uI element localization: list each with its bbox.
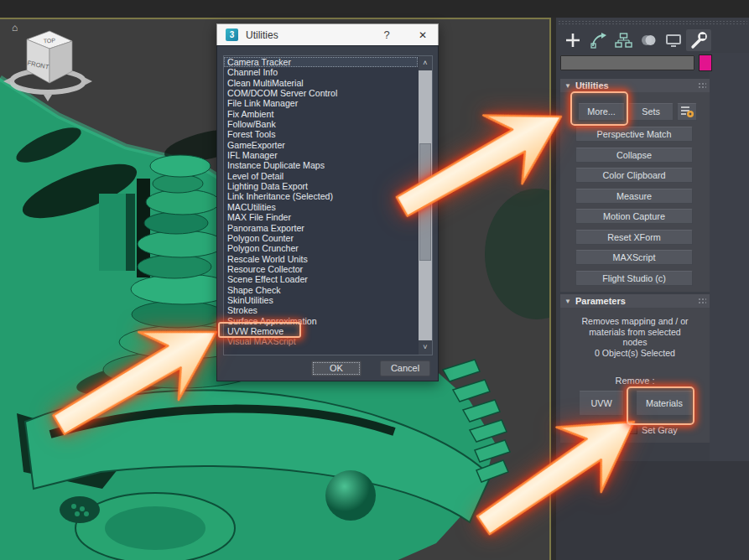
viewcube-top-label: TOP	[43, 37, 55, 44]
utility-button[interactable]: Perspective Match	[575, 127, 693, 142]
object-name-field[interactable]	[560, 55, 694, 70]
tab-utilities[interactable]	[686, 29, 711, 51]
parameters-rollout-title: Parameters	[575, 296, 626, 306]
cancel-button[interactable]: Cancel	[380, 360, 430, 376]
3dsmax-logo-icon: 3	[226, 29, 238, 41]
rollout-collapse-icon: ▼	[564, 298, 571, 305]
utility-button[interactable]: Motion Capture	[575, 209, 693, 224]
list-item[interactable]: Rescale World Units	[224, 254, 418, 264]
compass-west-marker	[3, 78, 10, 85]
utilities-dialog: 3 Utilities ? ✕ Camera TrackerChannel In…	[216, 23, 439, 381]
button-sets-gear-icon	[679, 104, 695, 118]
uvw-button[interactable]: UVW	[579, 391, 624, 416]
object-color-swatch[interactable]	[699, 54, 712, 71]
utilities-rollout-title: Utilities	[575, 80, 609, 91]
set-gray-row: Set Gray	[629, 425, 678, 435]
scroll-up-icon[interactable]: ˄	[419, 56, 432, 70]
list-item[interactable]: Resource Collector	[224, 264, 418, 274]
tab-create[interactable]	[560, 29, 585, 51]
list-item[interactable]: SkinUtilities	[224, 295, 418, 305]
utilities-wrench-icon	[689, 31, 708, 49]
sets-button[interactable]: Sets	[628, 103, 674, 121]
rollout-grip-icon	[698, 82, 706, 89]
more-button[interactable]: More...	[578, 103, 625, 121]
scroll-down-icon[interactable]: ˅	[419, 340, 432, 355]
viewcube[interactable]: ⌂ TOP FRONT	[0, 19, 94, 106]
viewcube-home-icon[interactable]: ⌂	[12, 22, 18, 34]
compass-south-marker	[44, 95, 52, 101]
utility-button[interactable]: Measure	[575, 189, 693, 204]
dialog-title: Utilities	[246, 29, 278, 41]
utilities-rollout: ▼ Utilities More... Sets Perspective Mat…	[560, 79, 710, 292]
scroll-thumb[interactable]	[419, 143, 431, 261]
parameters-description: Removes mapping and / or materials from …	[560, 316, 710, 358]
parameters-rollout-header[interactable]: ▼ Parameters	[560, 294, 710, 308]
materials-button[interactable]: Materials	[636, 391, 693, 416]
compass-east-marker	[86, 78, 92, 85]
set-gray-label: Set Gray	[642, 425, 678, 435]
utility-button[interactable]: Color Clipboard	[575, 168, 693, 183]
list-item[interactable]: File Link Manager	[224, 98, 418, 108]
list-item[interactable]: Polygon Counter	[224, 233, 418, 243]
command-panel-tabs	[560, 29, 711, 51]
tab-modify[interactable]	[585, 29, 611, 51]
list-item[interactable]: Follow/Bank	[224, 119, 418, 129]
utilities-rollout-header[interactable]: ▼ Utilities	[560, 79, 710, 92]
utility-button[interactable]: Collapse	[575, 148, 693, 163]
motion-icon	[639, 31, 658, 49]
list-item[interactable]: IFL Manager	[224, 150, 418, 160]
utility-button[interactable]: Flight Studio (c)	[575, 271, 693, 286]
panel-lower-area	[556, 461, 749, 560]
list-item[interactable]: Level of Detail	[224, 171, 418, 181]
create-plus-icon	[564, 31, 582, 49]
tab-motion[interactable]	[636, 29, 661, 51]
window-top-bar	[0, 0, 749, 18]
list-item[interactable]: Surface Approximation	[224, 316, 418, 326]
command-panel: ▼ Utilities More... Sets Perspective Mat…	[556, 18, 749, 560]
list-item[interactable]: Panorama Exporter	[224, 223, 418, 233]
app-window: ⌂ TOP FRONT 3 Utilities ? ✕ Ca	[0, 0, 749, 560]
modify-icon	[589, 31, 607, 49]
tab-display[interactable]	[661, 29, 686, 51]
rollout-grip-icon	[698, 298, 706, 304]
list-item[interactable]: Strokes	[224, 305, 418, 315]
list-item[interactable]: Instance Duplicate Maps	[224, 160, 418, 170]
list-item[interactable]: Camera Tracker	[224, 57, 418, 67]
configure-button-sets-button[interactable]	[677, 103, 697, 121]
list-item[interactable]: Link Inheritance (Selected)	[224, 191, 418, 201]
utility-button[interactable]: Reset XForm	[575, 230, 693, 245]
list-scrollbar[interactable]: ˄ ˅	[419, 56, 432, 355]
dialog-help-button[interactable]: ?	[379, 28, 394, 43]
set-gray-checkbox[interactable]	[629, 426, 637, 434]
display-icon	[664, 31, 683, 49]
dialog-close-icon[interactable]: ✕	[414, 28, 431, 43]
list-item[interactable]: UVW Remove	[224, 326, 418, 336]
list-item[interactable]: MAX File Finder	[224, 212, 418, 222]
utilities-listbox: Camera TrackerChannel InfoClean MultiMat…	[223, 55, 433, 355]
list-item[interactable]: Lighting Data Export	[224, 181, 418, 191]
remove-label: Remove :	[560, 376, 710, 386]
list-item[interactable]: Channel Info	[224, 67, 418, 77]
utility-button[interactable]: MAXScript	[575, 250, 693, 265]
hierarchy-icon	[614, 31, 632, 49]
dialog-title-bar[interactable]: 3 Utilities ? ✕	[216, 23, 439, 45]
rollout-collapse-icon: ▼	[564, 82, 571, 90]
panel-drag-handle[interactable]	[558, 20, 747, 25]
objects-selected-count: 0 Object(s) Selected	[560, 348, 710, 359]
list-item[interactable]: COM/DCOM Server Control	[224, 88, 418, 98]
list-item[interactable]: Visual MAXScript	[224, 336, 418, 346]
utility-buttons: Perspective MatchCollapseColor Clipboard…	[575, 127, 693, 291]
list-item[interactable]: GameExporter	[224, 140, 418, 150]
list-item[interactable]: Forest Tools	[224, 129, 418, 139]
list-item[interactable]: MACUtilities	[224, 202, 418, 212]
parameters-rollout: ▼ Parameters Removes mapping and / or ma…	[560, 294, 710, 443]
utilities-list: Camera TrackerChannel InfoClean MultiMat…	[224, 57, 418, 355]
list-item[interactable]: Polygon Cruncher	[224, 243, 418, 253]
list-item[interactable]: Clean MultiMaterial	[224, 78, 418, 88]
dialog-body: Camera TrackerChannel InfoClean MultiMat…	[216, 45, 439, 381]
list-item[interactable]: Shape Check	[224, 285, 418, 295]
ok-button[interactable]: OK	[311, 360, 361, 376]
list-item[interactable]: Fix Ambient	[224, 109, 418, 119]
tab-hierarchy[interactable]	[611, 29, 636, 51]
list-item[interactable]: Scene Effect Loader	[224, 274, 418, 284]
